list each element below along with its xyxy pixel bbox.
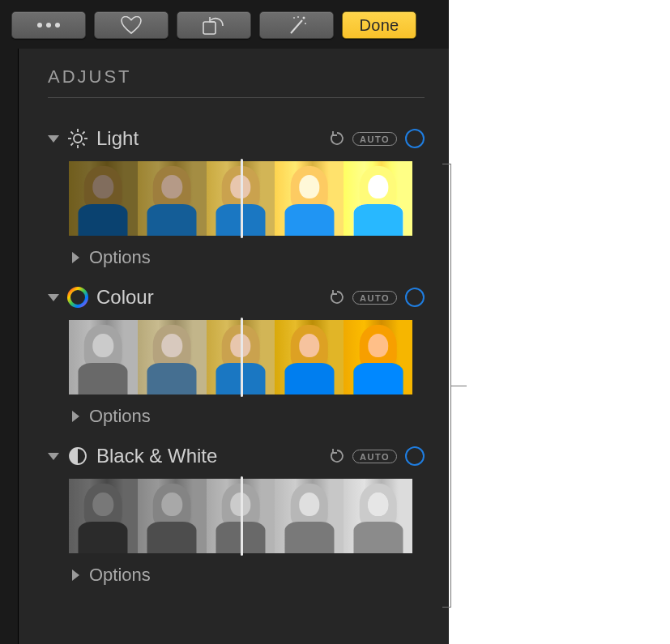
options-toggle-colour[interactable]: Options [69, 406, 425, 427]
section-label: Colour [96, 286, 154, 309]
thumb [138, 479, 207, 553]
section-header-bw[interactable]: Black & White AUTO [48, 445, 425, 467]
heart-icon [121, 16, 142, 34]
chevron-down-icon [48, 135, 59, 143]
section-light: Light AUTO Options [48, 127, 425, 268]
thumb [344, 320, 412, 395]
thumb [69, 479, 138, 553]
svg-point-18 [69, 288, 87, 306]
enable-toggle[interactable] [405, 288, 425, 307]
colour-wheel-icon [67, 287, 88, 308]
chevron-down-icon [48, 453, 59, 460]
section-header-light[interactable]: Light AUTO [48, 127, 425, 150]
svg-line-15 [83, 143, 85, 146]
chevron-right-icon [72, 411, 79, 422]
enable-toggle[interactable] [405, 129, 425, 148]
reset-icon[interactable] [330, 290, 344, 305]
thumb [138, 320, 207, 395]
thumb [344, 161, 412, 236]
section-bw: Black & White AUTO Options [48, 445, 425, 586]
options-label: Options [89, 406, 151, 427]
svg-line-16 [71, 143, 74, 146]
section-colour: Colour AUTO Options [48, 286, 425, 427]
options-toggle-bw[interactable]: Options [69, 565, 425, 586]
svg-line-4 [291, 20, 302, 33]
options-label: Options [89, 247, 151, 268]
svg-line-14 [71, 132, 74, 134]
rotate-ccw-icon [203, 15, 225, 35]
svg-point-6 [297, 16, 299, 18]
auto-button[interactable]: AUTO [352, 450, 397, 463]
done-button[interactable]: Done [342, 11, 416, 39]
ellipsis-icon [36, 21, 62, 29]
chevron-right-icon [72, 252, 79, 263]
more-button[interactable] [11, 11, 86, 39]
thumb [275, 320, 344, 395]
options-label: Options [89, 565, 151, 586]
section-label: Black & White [96, 445, 217, 467]
auto-button[interactable]: AUTO [352, 291, 397, 305]
panel-title: ADJUST [48, 66, 425, 98]
thumb [138, 161, 207, 236]
svg-point-5 [303, 17, 305, 19]
favorite-button[interactable] [94, 11, 169, 39]
callout-bracket [450, 164, 470, 608]
done-label: Done [359, 16, 399, 35]
magic-wand-icon [286, 15, 307, 35]
light-slider[interactable] [69, 161, 412, 236]
enable-toggle[interactable] [405, 446, 425, 466]
thumb [275, 161, 344, 236]
thumb [344, 479, 412, 553]
svg-point-2 [55, 23, 60, 28]
slider-handle[interactable] [241, 159, 243, 238]
editor-window: Done ADJUST Light AUTO [0, 0, 449, 644]
half-circle-icon [67, 446, 88, 467]
svg-point-7 [305, 23, 306, 24]
brightness-icon [67, 128, 88, 149]
options-toggle-light[interactable]: Options [69, 247, 425, 268]
colour-slider[interactable] [69, 320, 412, 395]
reset-icon[interactable] [330, 131, 344, 146]
thumb [69, 161, 138, 236]
slider-handle[interactable] [241, 476, 243, 556]
section-label: Light [96, 127, 139, 150]
svg-line-17 [83, 132, 85, 134]
auto-enhance-button[interactable] [259, 11, 334, 39]
chevron-right-icon [72, 569, 79, 581]
section-header-colour[interactable]: Colour AUTO [48, 286, 425, 309]
auto-button[interactable]: AUTO [352, 132, 397, 146]
edit-toolbar: Done [0, 0, 449, 50]
svg-rect-3 [203, 22, 216, 34]
thumb [275, 479, 344, 553]
rotate-button[interactable] [177, 11, 251, 39]
svg-point-8 [293, 17, 295, 19]
slider-handle[interactable] [241, 318, 243, 397]
thumb [69, 320, 138, 395]
chevron-down-icon [48, 294, 59, 301]
svg-point-1 [46, 23, 51, 28]
reset-icon[interactable] [330, 449, 344, 463]
adjust-panel: ADJUST Light AUTO [18, 49, 449, 644]
svg-point-0 [37, 23, 42, 28]
svg-point-9 [74, 134, 82, 143]
bw-slider[interactable] [69, 479, 412, 553]
